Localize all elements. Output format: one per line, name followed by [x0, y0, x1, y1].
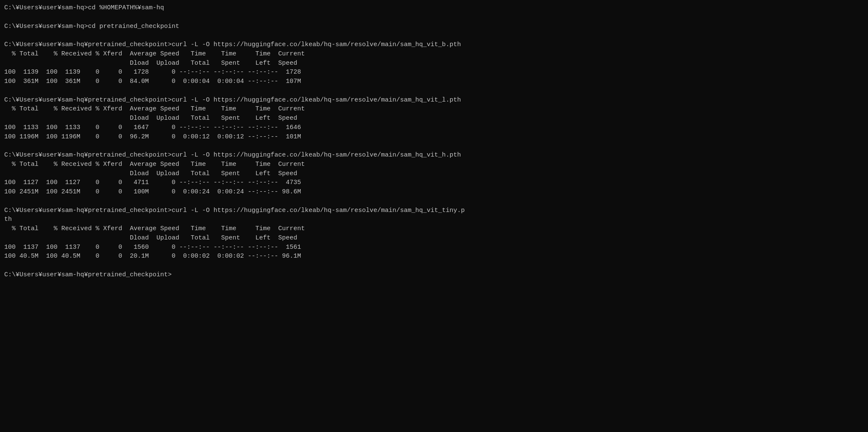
terminal-line: % Total % Received % Xferd Average Speed…: [4, 50, 864, 59]
terminal-line: [4, 13, 864, 22]
terminal-line: 100 2451M 100 2451M 0 0 100M 0 0:00:24 0…: [4, 187, 864, 197]
terminal-line: Dload Upload Total Spent Left Speed: [4, 169, 864, 179]
terminal-window: C:\¥Users¥user¥sam-hq>cd %HOMEPATH%¥sam-…: [4, 3, 864, 280]
terminal-line: Dload Upload Total Spent Left Speed: [4, 59, 864, 68]
terminal-line: Dload Upload Total Spent Left Speed: [4, 234, 864, 243]
terminal-line: [4, 31, 864, 40]
terminal-line: C:\¥Users¥user¥sam-hq¥pretrained_checkpo…: [4, 151, 864, 160]
terminal-line: Dload Upload Total Spent Left Speed: [4, 114, 864, 123]
terminal-line: [4, 86, 864, 96]
terminal-line: % Total % Received % Xferd Average Speed…: [4, 105, 864, 114]
terminal-line: [4, 141, 864, 151]
terminal-line: % Total % Received % Xferd Average Speed…: [4, 160, 864, 169]
terminal-line: 100 40.5M 100 40.5M 0 0 20.1M 0 0:00:02 …: [4, 252, 864, 261]
terminal-line: 100 1137 100 1137 0 0 1560 0 --:--:-- --…: [4, 243, 864, 252]
terminal-line: % Total % Received % Xferd Average Speed…: [4, 224, 864, 234]
terminal-line: C:\¥Users¥user¥sam-hq>cd pretrained_chec…: [4, 22, 864, 31]
terminal-line: 100 1127 100 1127 0 0 4711 0 --:--:-- --…: [4, 178, 864, 187]
terminal-line: th: [4, 215, 864, 224]
terminal-line: 100 1196M 100 1196M 0 0 96.2M 0 0:00:12 …: [4, 132, 864, 142]
terminal-line: [4, 197, 864, 206]
terminal-line: 100 1139 100 1139 0 0 1728 0 --:--:-- --…: [4, 68, 864, 77]
terminal-line: C:\¥Users¥user¥sam-hq¥pretrained_checkpo…: [4, 270, 864, 280]
terminal-line: 100 361M 100 361M 0 0 84.0M 0 0:00:04 0:…: [4, 77, 864, 86]
terminal-line: 100 1133 100 1133 0 0 1647 0 --:--:-- --…: [4, 123, 864, 132]
terminal-line: C:\¥Users¥user¥sam-hq¥pretrained_checkpo…: [4, 96, 864, 105]
terminal-line: C:\¥Users¥user¥sam-hq¥pretrained_checkpo…: [4, 206, 864, 215]
terminal-line: C:\¥Users¥user¥sam-hq¥pretrained_checkpo…: [4, 40, 864, 50]
terminal-line: [4, 261, 864, 270]
terminal-line: C:\¥Users¥user¥sam-hq>cd %HOMEPATH%¥sam-…: [4, 3, 864, 13]
